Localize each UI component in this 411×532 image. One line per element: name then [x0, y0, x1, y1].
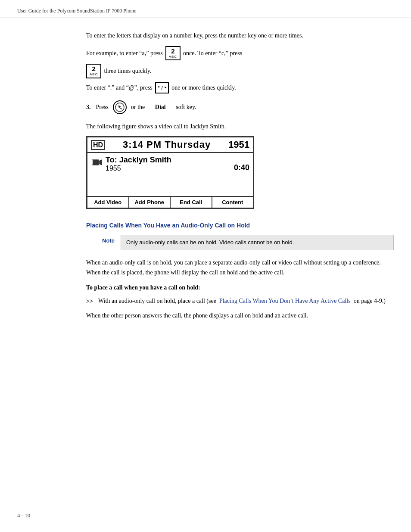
key-2-num-1: 2	[171, 48, 174, 55]
step-dial-label: Dial	[155, 104, 166, 111]
key-2-box-1: 2 ABC	[165, 46, 181, 60]
procedure-link-suffix: on page 4-9.)	[354, 298, 386, 304]
note-container: Note Only audio-only calls can be on hol…	[86, 235, 394, 250]
step-text3: soft key.	[176, 104, 196, 111]
softkey-add-phone[interactable]: Add Phone	[129, 197, 171, 208]
header-text: User Guide for the Polycom SoundStation …	[17, 8, 136, 14]
softkey-end-call[interactable]: End Call	[171, 197, 212, 208]
step-three: 3. Press or the Dial soft key.	[86, 100, 394, 114]
phone-screen: HD 3:14 PM Thursday 1951 To: Jacklyn Smi…	[86, 136, 254, 209]
video-camera-svg	[91, 156, 103, 168]
phone-time: 3:14 PM Thursday	[123, 139, 211, 150]
phone-timer: 0:40	[234, 163, 249, 172]
main-area: To enter the letters that display on a n…	[86, 31, 394, 327]
body-text-1: When an audio-only call is on hold, you …	[86, 258, 394, 277]
page-header: User Guide for the Polycom SoundStation …	[0, 0, 411, 18]
page-footer: 4 - 10	[17, 512, 30, 519]
procedure-heading: To place a call when you have a call on …	[86, 284, 394, 291]
procedure-link[interactable]: Placing Calls When You Don’t Have Any Ac…	[219, 298, 351, 304]
svg-marker-2	[99, 159, 102, 165]
phone-callee: To: Jacklyn Smith	[106, 156, 234, 165]
video-icon	[91, 156, 103, 170]
step-text1: Press	[96, 104, 109, 111]
star-key-box: * / •	[155, 82, 169, 94]
procedure-item-1: >> With an audio-only call on hold, plac…	[86, 296, 394, 306]
phone-call-info: To: Jacklyn Smith 1955	[106, 156, 234, 172]
section-heading: Placing Calls When You Have an Audio-Onl…	[86, 222, 394, 229]
step-text2: or the	[131, 104, 145, 111]
example3-prefix: To enter “.” and “@”, press	[86, 83, 153, 92]
note-box: Only audio-only calls can be on hold. Vi…	[121, 235, 394, 250]
intro-para1: To enter the letters that display on a n…	[86, 31, 394, 40]
phone-softkeys: Add Video Add Phone End Call Content	[87, 196, 253, 208]
key-2-num-2: 2	[92, 65, 96, 73]
key-2-box-2: 2 ABC	[86, 64, 101, 78]
phone-call-row: To: Jacklyn Smith 1955 0:40	[87, 153, 253, 172]
example3-line: To enter “.” and “@”, press * / • one or…	[86, 82, 394, 94]
step-number: 3.	[86, 104, 91, 111]
example1-prefix: For example, to enter “a,” press	[86, 49, 163, 58]
procedure-text: With an audio-only call on hold, place a…	[98, 296, 394, 306]
phone-number: 1955	[106, 165, 234, 172]
phone-body-space	[87, 172, 253, 196]
phone-header-row: HD 3:14 PM Thursday 1951	[87, 137, 253, 153]
page-content: To enter the letters that display on a n…	[0, 18, 411, 345]
key-2-sub-1: ABC	[169, 55, 177, 59]
phone-icon-svg	[115, 103, 125, 112]
figure-caption: The following figure shows a video call …	[86, 122, 394, 131]
hd-badge: HD	[91, 140, 105, 150]
example1-line: For example, to enter “a,” press 2 ABC o…	[86, 46, 394, 60]
note-label: Note	[86, 235, 121, 250]
body-text-2: When the other person answers the call, …	[86, 311, 394, 320]
example3-suffix: one or more times quickly.	[171, 83, 236, 92]
key-2-sub-2: ABC	[90, 73, 98, 77]
example1-suffix: once. To enter “c,” press	[183, 49, 242, 58]
procedure-arrow: >>	[86, 297, 95, 306]
svg-point-0	[115, 103, 124, 112]
example2-line: 2 ABC three times quickly.	[86, 64, 394, 78]
star-key-content: * / •	[158, 84, 166, 92]
page-number: 4 - 10	[17, 512, 30, 519]
procedure-text-before: With an audio-only call on hold, place a…	[98, 298, 216, 304]
example2-suffix: three times quickly.	[104, 66, 151, 75]
dial-icon	[113, 100, 127, 114]
phone-year: 1951	[228, 139, 249, 150]
softkey-add-video[interactable]: Add Video	[87, 197, 129, 208]
softkey-content[interactable]: Content	[212, 197, 253, 208]
